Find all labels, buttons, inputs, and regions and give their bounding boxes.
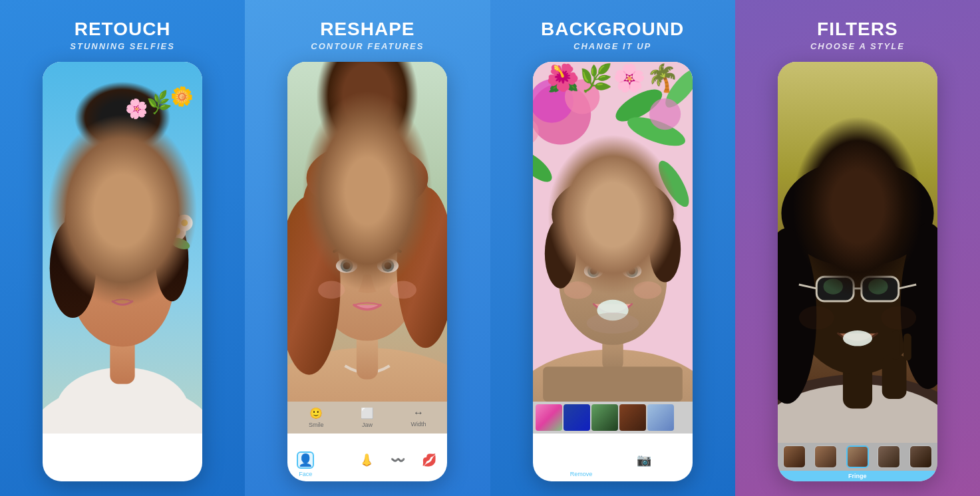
svg-point-36	[390, 281, 416, 299]
panel-1-title: RETOUCH STUNNING SELFIES	[70, 19, 175, 51]
filter-thumb-5[interactable]	[909, 445, 932, 468]
svg-point-30	[341, 259, 353, 272]
phone-frame-1: ✦ Auto ⊕ Heal ◎ Whiten ◇ Smooth ◈ Smoo	[43, 62, 202, 481]
reshape-panel: RESHAPE CONTOUR FEATURES	[245, 0, 490, 496]
nose-label: Nose	[359, 471, 373, 477]
toolbar-item-auto-3[interactable]: ✦ Auto	[539, 451, 563, 477]
svg-point-34	[385, 262, 392, 269]
backdrop-label: Backdrop	[600, 471, 625, 477]
svg-point-44	[660, 64, 693, 112]
adjust-label: Adjus	[667, 471, 682, 477]
svg-point-13	[136, 263, 142, 270]
whiten-label: Whiten	[113, 471, 132, 477]
filter-thumb-1[interactable]	[783, 445, 806, 468]
panel-4-subtitle: CHOOSE A STYLE	[810, 41, 905, 51]
svg-point-79	[868, 279, 888, 295]
toolbar-item-heal[interactable]: ⊕ Heal	[80, 451, 104, 477]
adjust-icon: ⚙	[666, 451, 683, 469]
filter-thumb-3[interactable]	[846, 445, 869, 468]
width-label: Width	[411, 421, 426, 428]
smooth2-icon: ◈	[176, 451, 193, 469]
svg-point-67	[778, 384, 937, 443]
bg-thumb-1[interactable]	[536, 404, 562, 431]
svg-point-4	[71, 223, 174, 346]
svg-point-47	[533, 118, 539, 144]
svg-point-17	[172, 227, 180, 235]
svg-point-48	[533, 349, 693, 402]
svg-point-31	[343, 262, 351, 269]
svg-point-70	[781, 160, 933, 267]
svg-point-14	[166, 221, 186, 241]
filter-thumb-4[interactable]	[878, 445, 900, 468]
lip-label: Lip	[425, 471, 433, 477]
svg-point-10	[102, 263, 109, 270]
phone-photo-2	[287, 62, 447, 402]
svg-rect-83	[903, 333, 911, 360]
phone-frame-2: 🙂 Smile ⬜ Jaw ↔ Width 👤 Face 👁 Eyes �	[287, 62, 447, 481]
toolbar-item-auto-1[interactable]: ✦ Auto	[49, 451, 73, 477]
toolbar-item-whiten[interactable]: ◎ Whiten	[110, 451, 134, 477]
portrait-svg-4	[778, 62, 937, 443]
toolbar-item-smooth[interactable]: ◇ Smooth	[141, 451, 165, 477]
svg-point-85	[881, 306, 916, 329]
auto3-icon: ✦	[542, 451, 560, 469]
toolbar-item-remove[interactable]: ⊡ Remove	[570, 451, 593, 477]
svg-point-71	[778, 228, 816, 404]
photo-label: Photo	[636, 471, 652, 477]
toolbar-item-lip[interactable]: 💋 Lip	[417, 451, 441, 477]
svg-point-26	[287, 196, 341, 375]
svg-rect-73	[816, 277, 854, 301]
svg-point-38	[533, 84, 591, 145]
toolbar-item-photo[interactable]: 📷 Photo	[632, 451, 656, 477]
toolbar-item-eyes[interactable]: 👁 Eyes	[324, 451, 348, 477]
panel-1-subtitle: STUNNING SELFIES	[70, 41, 175, 51]
panel-2-heading: RESHAPE	[311, 19, 424, 40]
svg-point-55	[587, 265, 599, 277]
svg-point-12	[133, 261, 144, 272]
slider-width[interactable]: ↔ Width	[411, 407, 426, 428]
svg-point-29	[336, 259, 357, 273]
svg-point-8	[97, 260, 115, 273]
panel-4-title: FILTERS CHOOSE A STYLE	[810, 19, 905, 51]
svg-point-41	[611, 83, 667, 128]
bg-thumb-3[interactable]	[591, 404, 618, 431]
slider-smile[interactable]: 🙂 Smile	[309, 407, 324, 428]
toolbar-2: 👤 Face 👁 Eyes 👃 Nose 〰️ Eyebrows 💋 Lip	[287, 434, 447, 481]
portrait-svg-3	[533, 62, 693, 402]
toolbar-item-nose[interactable]: 👃 Nose	[355, 451, 379, 477]
svg-point-42	[624, 111, 689, 152]
filter-name-bar: Fringe	[778, 471, 937, 481]
toolbar-item-face[interactable]: 👤 Face	[293, 451, 317, 477]
toolbar-item-backdrop[interactable]: 🖼 Backdrop	[600, 451, 625, 477]
svg-point-2	[57, 368, 189, 434]
svg-point-18	[181, 219, 188, 226]
svg-point-53	[649, 216, 681, 283]
toolbar-3: ✦ Auto ⊡ Remove 🖼 Backdrop 📷 Photo ⚙ Adj…	[533, 434, 693, 481]
panel-2-title: RESHAPE CONTOUR FEATURES	[311, 19, 424, 51]
bg-thumb-4[interactable]	[619, 404, 646, 431]
svg-point-40	[565, 79, 599, 114]
toolbar-item-smooth2[interactable]: ◈ Smoo	[172, 451, 196, 477]
smile-icon: 🙂	[309, 407, 323, 420]
smooth-label: Smooth	[143, 471, 164, 477]
svg-rect-82	[892, 330, 899, 360]
toolbar-item-eyebrows[interactable]: 〰️ Eyebrows	[385, 451, 411, 477]
slider-jaw[interactable]: ⬜ Jaw	[361, 407, 374, 428]
eyes-label: Eyes	[329, 471, 343, 477]
heal-label: Heal	[85, 471, 98, 477]
svg-line-77	[899, 285, 916, 289]
filter-thumb-2[interactable]	[814, 445, 837, 468]
jaw-label: Jaw	[362, 422, 373, 428]
svg-point-20	[170, 235, 192, 251]
bg-thumb-5[interactable]	[647, 404, 674, 431]
slider-preview: 🙂 Smile ⬜ Jaw ↔ Width	[287, 402, 447, 434]
toolbar-item-adjust[interactable]: ⚙ Adjus	[663, 451, 687, 477]
bg-thumb-2[interactable]	[564, 404, 590, 431]
smooth-icon: ◇	[144, 451, 162, 469]
svg-point-51	[552, 175, 673, 253]
svg-point-59	[628, 267, 635, 274]
svg-point-52	[544, 219, 575, 289]
panel-2-subtitle: CONTOUR FEATURES	[311, 41, 424, 51]
filter-strip	[778, 443, 937, 471]
eyes-icon: 👁	[327, 451, 345, 469]
